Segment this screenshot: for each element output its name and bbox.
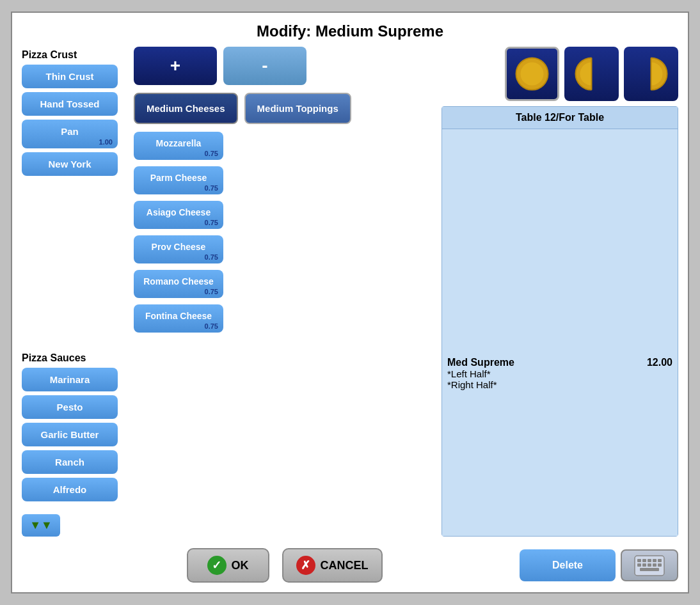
plus-button[interactable]: + <box>134 47 217 85</box>
topping-asiago[interactable]: Asiago Cheese 0.75 <box>134 201 223 229</box>
sauce-btn-ranch[interactable]: Ranch <box>22 450 118 474</box>
parm-price: 0.75 <box>205 184 218 192</box>
full-coin-btn[interactable] <box>505 47 559 101</box>
order-item-detail-2: *Right Half* <box>447 379 672 390</box>
page-title: Modify: Medium Supreme <box>22 22 678 40</box>
order-item: Med Supreme 12.00 *Left Half* *Right Hal… <box>447 352 672 395</box>
crust-btn-thin[interactable]: Thin Crust <box>22 65 118 88</box>
sauce-btn-alfredo[interactable]: Alfredo <box>22 478 118 501</box>
keyboard-button[interactable] <box>621 549 678 581</box>
order-header: Table 12/For Table <box>442 107 678 129</box>
keyboard-icon <box>633 554 665 577</box>
romano-price: 0.75 <box>205 288 218 295</box>
topping-prov[interactable]: Prov Cheese 0.75 <box>134 235 223 263</box>
crust-btn-new-york[interactable]: New York <box>22 152 118 176</box>
right-column: Table 12/For Table Med Supreme 12.00 *Le… <box>441 47 678 537</box>
check-icon: ✓ <box>207 556 227 575</box>
order-body: Med Supreme 12.00 *Left Half* *Right Hal… <box>442 129 678 536</box>
svg-rect-15 <box>658 559 662 562</box>
sauce-btn-garlic-butter[interactable]: Garlic Butter <box>22 423 118 446</box>
category-btn-cheeses[interactable]: Medium Cheeses <box>134 93 238 124</box>
svg-rect-13 <box>648 559 651 562</box>
right-half-coin-icon <box>633 56 669 91</box>
left-half-coin-icon <box>574 56 609 91</box>
sauce-btn-pesto[interactable]: Pesto <box>22 395 118 419</box>
svg-rect-16 <box>637 563 641 567</box>
bottom-bar: ✓ OK ✗ CANCEL Delete <box>22 543 678 583</box>
delete-button[interactable]: Delete <box>520 549 616 581</box>
svg-point-1 <box>521 63 544 86</box>
fontina-price: 0.75 <box>205 322 218 330</box>
order-item-detail-1: *Left Half* <box>447 368 672 379</box>
order-item-wrap: Med Supreme 12.00 *Left Half* *Right Hal… <box>447 134 672 395</box>
middle-column: + - Medium Cheeses Medium Toppings Mozza… <box>134 47 435 537</box>
asiago-price: 0.75 <box>205 219 218 226</box>
pan-price: 1.00 <box>99 138 113 146</box>
svg-rect-14 <box>653 559 656 562</box>
cancel-label: CANCEL <box>321 559 369 572</box>
order-item-name: Med Supreme <box>447 357 514 368</box>
svg-rect-20 <box>658 563 662 567</box>
ok-label: OK <box>232 559 249 572</box>
cancel-button[interactable]: ✗ CANCEL <box>282 548 383 583</box>
bottom-right: Delete <box>441 549 678 581</box>
pizza-crust-label: Pizza Crust <box>22 49 127 61</box>
full-coin-icon <box>514 56 550 91</box>
scroll-down-icon: ▼▼ <box>29 519 52 532</box>
left-half-coin-btn[interactable] <box>564 47 619 101</box>
right-half-coin-btn[interactable] <box>624 47 678 101</box>
svg-rect-21 <box>640 568 659 571</box>
left-column: Pizza Crust Thin Crust Hand Tossed Pan 1… <box>22 47 127 537</box>
category-btn-toppings[interactable]: Medium Toppings <box>244 93 351 124</box>
order-item-price: 12.00 <box>647 357 672 368</box>
toppings-grid: Mozzarella 0.75 Parm Cheese 0.75 Asiago … <box>134 132 435 336</box>
mozzarella-price: 0.75 <box>205 150 218 157</box>
topping-parm[interactable]: Parm Cheese 0.75 <box>134 166 223 194</box>
crust-btn-pan[interactable]: Pan 1.00 <box>22 120 118 148</box>
svg-rect-12 <box>642 559 646 562</box>
svg-rect-11 <box>637 559 641 562</box>
minus-button[interactable]: - <box>223 47 306 85</box>
crust-btn-hand-tossed[interactable]: Hand Tossed <box>22 92 118 116</box>
bottom-middle: ✓ OK ✗ CANCEL <box>127 548 441 583</box>
order-panel: Table 12/For Table Med Supreme 12.00 *Le… <box>441 106 678 537</box>
svg-rect-17 <box>642 563 646 567</box>
svg-rect-19 <box>653 563 656 567</box>
topping-mozzarella[interactable]: Mozzarella 0.75 <box>134 132 223 160</box>
order-item-row: Med Supreme 12.00 <box>447 357 672 368</box>
pizza-sauces-label: Pizza Sauces <box>22 352 127 364</box>
x-icon: ✗ <box>296 556 315 575</box>
ok-button[interactable]: ✓ OK <box>187 548 269 583</box>
coin-buttons <box>441 47 678 101</box>
prov-price: 0.75 <box>205 253 218 261</box>
topping-fontina[interactable]: Fontina Cheese 0.75 <box>134 304 223 333</box>
topping-romano[interactable]: Romano Cheese 0.75 <box>134 270 223 298</box>
scroll-down-btn[interactable]: ▼▼ <box>22 514 60 537</box>
sauce-btn-marinara[interactable]: Marinara <box>22 368 118 391</box>
svg-rect-18 <box>648 563 651 567</box>
